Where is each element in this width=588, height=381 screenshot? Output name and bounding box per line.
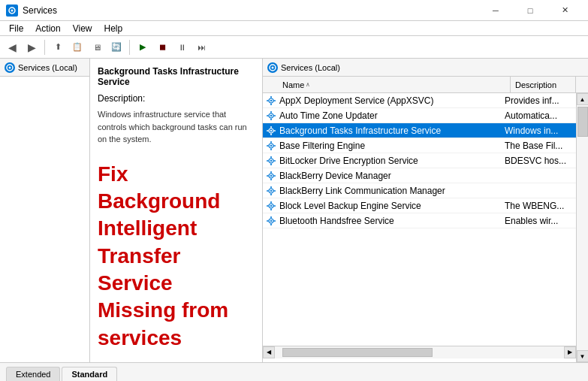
service-icon — [266, 141, 276, 151]
toolbar-stop[interactable]: ◼ — [153, 38, 171, 56]
title-bar: Services ─ □ ✕ — [0, 0, 588, 21]
table-row[interactable]: Base Filtering EngineThe Base Fil... — [263, 138, 576, 153]
status-bar: ExtendedStandard — [0, 362, 588, 381]
tab-extended[interactable]: Extended — [6, 367, 60, 381]
svg-point-3 — [9, 66, 11, 68]
services-header: Services (Local) — [263, 59, 588, 77]
toolbar-sep-1 — [44, 40, 45, 55]
svg-point-25 — [270, 144, 272, 146]
service-desc: Enables wir... — [500, 216, 576, 226]
toolbar-sep-2 — [129, 40, 130, 55]
toolbar-up[interactable]: ⬆ — [49, 38, 67, 56]
table-row[interactable]: Block Level Backup Engine ServiceThe WBE… — [263, 198, 576, 213]
close-button[interactable]: ✕ — [547, 0, 582, 21]
svg-rect-41 — [274, 175, 276, 177]
toolbar-copy[interactable]: 📋 — [68, 38, 86, 56]
toolbar-back[interactable]: ◀ — [3, 38, 21, 56]
svg-point-31 — [270, 159, 272, 161]
col-header-name[interactable]: Name ∧ — [278, 77, 511, 92]
svg-rect-35 — [274, 160, 276, 162]
tab-standard[interactable]: Standard — [62, 367, 117, 381]
svg-rect-22 — [267, 130, 269, 132]
service-icon — [266, 95, 276, 106]
svg-point-43 — [270, 189, 272, 191]
h-scroll-right[interactable]: ▶ — [564, 346, 576, 358]
service-desc: The WBENG... — [500, 201, 576, 211]
services-table-rows: AppX Deployment Service (AppXSVC)Provide… — [263, 93, 576, 346]
window-title: Services — [23, 5, 57, 16]
detail-panel: Background Tasks Infrastructure Service … — [90, 59, 263, 362]
minimize-button[interactable]: ─ — [478, 0, 513, 21]
service-name: Block Level Backup Engine Service — [279, 201, 500, 211]
menu-action[interactable]: Action — [29, 22, 66, 35]
table-row[interactable]: BlackBerry Device Manager — [263, 168, 576, 183]
svg-rect-27 — [270, 148, 272, 150]
service-icon — [266, 156, 276, 166]
menu-help[interactable]: Help — [98, 22, 129, 35]
svg-rect-26 — [270, 141, 272, 144]
v-scrollbar[interactable]: ▲ ▼ — [576, 93, 588, 362]
menu-view[interactable]: View — [67, 22, 98, 35]
svg-rect-58 — [267, 220, 269, 222]
h-scroll-thumb[interactable] — [282, 348, 433, 357]
svg-point-1 — [11, 9, 14, 11]
svg-rect-56 — [270, 216, 272, 219]
toolbar-restart[interactable]: ⏭ — [192, 38, 210, 56]
svg-rect-45 — [270, 193, 272, 195]
toolbar-play[interactable]: ▶ — [134, 38, 152, 56]
v-scroll-down[interactable]: ▼ — [577, 350, 589, 362]
svg-rect-57 — [270, 223, 272, 225]
toolbar-refresh[interactable]: 🔄 — [107, 38, 125, 56]
h-scroll-track[interactable] — [275, 346, 564, 358]
table-row[interactable]: BlackBerry Link Communication Manager — [263, 183, 576, 198]
svg-rect-10 — [267, 100, 269, 101]
maximize-button[interactable]: □ — [513, 0, 547, 21]
menu-file[interactable]: File — [3, 22, 29, 35]
v-scroll-up[interactable]: ▲ — [577, 93, 589, 105]
service-name: Base Filtering Engine — [279, 141, 500, 151]
toolbar-console[interactable]: 🖥 — [88, 38, 106, 56]
toolbar: ◀ ▶ ⬆ 📋 🖥 🔄 ▶ ◼ ⏸ ⏭ — [0, 36, 588, 59]
svg-rect-29 — [274, 145, 276, 147]
table-row[interactable]: Auto Time Zone UpdaterAutomatica... — [263, 108, 576, 123]
svg-point-55 — [270, 219, 272, 221]
svg-rect-21 — [270, 133, 272, 135]
svg-point-37 — [270, 174, 272, 176]
svg-rect-8 — [270, 96, 272, 98]
h-scroll-left[interactable]: ◀ — [263, 346, 275, 358]
toolbar-forward[interactable]: ▶ — [23, 38, 41, 56]
svg-point-19 — [270, 129, 272, 131]
table-row[interactable]: Bluetooth Handsfree ServiceEnables wir..… — [263, 213, 576, 228]
toolbar-pause[interactable]: ⏸ — [173, 38, 191, 56]
service-icon — [266, 186, 276, 196]
services-list-area: AppX Deployment Service (AppXSVC)Provide… — [263, 93, 588, 362]
svg-rect-33 — [270, 163, 272, 165]
svg-rect-11 — [274, 100, 276, 101]
svg-rect-44 — [270, 186, 272, 189]
h-scrollbar[interactable]: ◀ ▶ — [263, 346, 576, 358]
svg-rect-52 — [267, 205, 269, 207]
svg-rect-16 — [267, 115, 269, 116]
service-desc: Automatica... — [500, 110, 576, 121]
svg-rect-28 — [267, 145, 269, 147]
table-row[interactable]: BitLocker Drive Encryption ServiceBDESVC… — [263, 153, 576, 168]
title-bar-left: Services — [6, 5, 57, 17]
svg-rect-20 — [270, 126, 272, 129]
col-header-desc[interactable]: Description — [511, 77, 576, 92]
table-row[interactable]: AppX Deployment Service (AppXSVC)Provide… — [263, 93, 576, 108]
svg-rect-51 — [270, 208, 272, 210]
svg-rect-39 — [270, 178, 272, 180]
v-scroll-thumb[interactable] — [577, 107, 588, 137]
service-icon — [266, 216, 276, 226]
sort-icon: ∧ — [306, 81, 310, 88]
sidebar-icon — [5, 62, 15, 73]
sidebar-header: Services (Local) — [0, 59, 89, 77]
service-desc: Provides inf... — [500, 95, 576, 106]
svg-rect-32 — [270, 156, 272, 159]
service-name: BitLocker Drive Encryption Service — [279, 156, 500, 166]
svg-point-13 — [270, 114, 272, 116]
svg-rect-34 — [267, 160, 269, 162]
services-header-label: Services (Local) — [281, 63, 340, 72]
table-row[interactable]: Background Tasks Infrastructure ServiceW… — [263, 123, 576, 138]
svg-rect-15 — [270, 118, 272, 120]
